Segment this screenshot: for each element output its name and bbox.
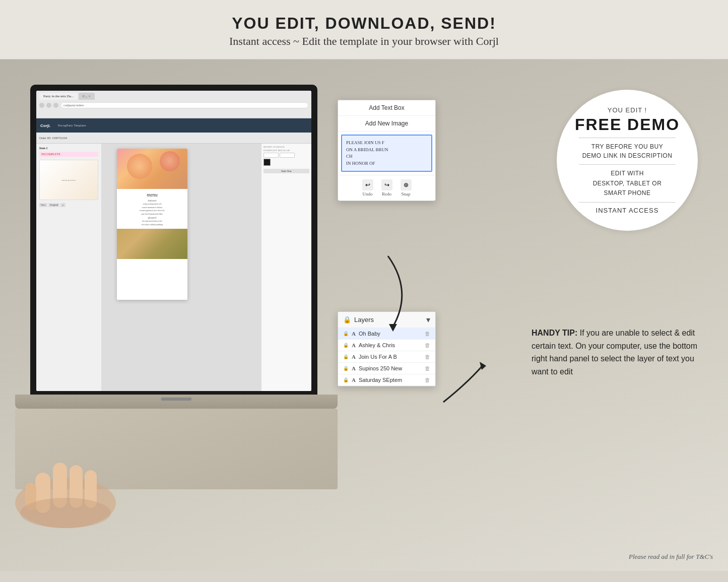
lock-icon: 🔒 [343,316,351,324]
corjl-interface: Corjl. NocragParty Templates Order ID: 1… [36,118,311,391]
approve-btn[interactable]: ✓ [60,203,65,207]
layer-lock-icon: 🔒 [343,354,349,359]
laptop-screen: Party in the mix Da... C... × corjlparty… [30,85,317,397]
action-buttons: Save Original ✓ [39,203,98,207]
width-input[interactable] [263,153,279,158]
layer-item[interactable]: 🔒 A Saturday SEptem 🗑 [338,374,435,386]
card-dessert-label: dessert [119,216,185,220]
redo-control[interactable]: ↪ Redo [381,179,392,197]
snap-label: Snap [402,191,411,197]
nav-back-btn[interactable] [39,103,44,108]
card-dessert-items: deconstructed lemon tart chocolate fonda… [119,220,185,226]
panel-resize-section: Resize as image Dominant Regular [263,146,309,166]
corjl-toolbar: Order ID: 1509752194 [36,133,311,144]
add-new-image-button[interactable]: Add New Image [338,116,435,132]
layer-type-icon: A [352,365,356,371]
laptop-base [15,395,338,409]
handy-tip-text: HANDY TIP: If you are unable to select &… [532,327,703,378]
layer-type-icon: A [352,377,356,383]
divider-1 [579,138,676,138]
layer-lock-icon: 🔒 [343,343,349,348]
color-swatch[interactable] [263,159,271,166]
divider-3 [579,202,676,203]
browser-tabs: Party in the mix Da... C... × [39,93,308,100]
tc-note: Please read ad in full for T&C's [629,553,713,561]
layer-type-icon: A [352,331,356,337]
svg-marker-7 [389,324,397,332]
free-demo-text: FREE DEMO [575,116,680,134]
layer-name: Supinos 250 New [359,365,422,371]
order-status: INCOMPLETE [39,152,98,157]
card-menu-title: menu [119,191,185,199]
layer-type-icon: A [352,342,356,348]
svg-point-6 [20,498,111,528]
card-floral-bottom [117,229,187,259]
style-text-btn[interactable]: Style Text [263,169,309,173]
floating-corjl-panel: Add Text Box Add New Image PLEASE JOIN U… [338,100,436,201]
redo-label: Redo [382,191,391,197]
order-label: Item 1 [39,147,98,150]
corjl-header: Corjl. NocragParty Templates [36,118,311,133]
layer-lock-icon: 🔒 [343,377,349,382]
free-demo-circle: YOU EDIT ! FREE DEMO TRY BEFORE YOU BUY … [557,90,698,231]
nav-refresh-btn[interactable] [53,103,58,108]
layer-item[interactable]: 🔒 A Join Us For A B 🗑 [338,351,435,363]
layer-name: Saturday SEptem [359,377,422,383]
invitation-card: menu entrees crispy peking duck roll sea… [117,149,187,300]
try-before-text: TRY BEFORE YOU BUY DEMO LINK IN DESCRIPT… [582,142,673,160]
undo-control[interactable]: ↩ Undo [362,179,373,197]
corjl-nav: NocragParty Templates [57,124,86,127]
browser-tab-active[interactable]: Party in the mix Da... [39,93,78,100]
editing-text-area[interactable]: PLEASE JOIN US F ON A BRIDAL BRUN CH IN … [341,135,432,172]
layer-lock-icon: 🔒 [343,331,349,336]
nav-forward-btn[interactable] [46,103,51,108]
card-entree-items: crispy peking duck roll seared marinated… [119,203,185,216]
layer-type-icon: A [352,354,356,360]
save-btn[interactable]: Save [39,203,47,207]
sub-headline: Instant access ~ Edit the template in yo… [10,35,718,48]
corjl-logo: Corjl. [40,123,50,128]
undo-icon: ↩ [362,179,373,190]
divider-2 [579,164,676,165]
height-input[interactable] [280,153,295,158]
browser-chrome: Party in the mix Da... C... × corjlparty… [36,91,311,118]
instant-access-text: INSTANT ACCESS [596,207,659,214]
layer-delete-icon[interactable]: 🗑 [425,331,430,337]
you-edit-text: YOU EDIT ! [608,106,647,114]
layer-lock-icon: 🔒 [343,366,349,371]
hand-illustration [5,432,131,533]
curved-arrow-2 [428,357,489,407]
fp-controls: ↩ Undo ↪ Redo ⊕ Snap [338,175,435,201]
undo-label: Undo [363,191,373,197]
design-thumbnail: menu preview [39,160,98,200]
screen-inner: Party in the mix Da... C... × corjlparty… [36,91,311,391]
layer-delete-icon[interactable]: 🗑 [425,342,430,348]
main-headline: YOU EDIT, DOWNLOAD, SEND! [10,14,718,33]
handy-tip-bold: HANDY TIP: [532,329,577,337]
layer-name: Ashley & Chris [359,342,422,348]
canvas-area[interactable]: menu entrees crispy peking duck roll sea… [102,144,261,391]
edit-with-text: EDIT WITHDESKTOP, TABLET ORSMART PHONE [593,169,662,198]
url-bar[interactable]: corjlparty/orders [60,102,308,108]
top-banner: YOU EDIT, DOWNLOAD, SEND! Instant access… [0,0,728,59]
curved-arrow-1 [363,251,423,332]
layer-item[interactable]: 🔒 A Supinos 250 New 🗑 [338,363,435,374]
card-text-area: menu entrees crispy peking duck roll sea… [117,189,187,229]
browser-tab-2[interactable]: C... × [79,93,95,100]
corjl-sidebar: Item 1 INCOMPLETE menu preview Save Orig… [36,144,102,391]
snap-control[interactable]: ⊕ Snap [401,179,412,197]
snap-icon: ⊕ [401,179,412,190]
corjl-main: Item 1 INCOMPLETE menu preview Save Orig… [36,144,311,391]
card-entrees-label: entrees [119,199,185,203]
original-btn[interactable]: Original [48,203,60,207]
handy-tip: HANDY TIP: If you are unable to select &… [532,327,703,378]
add-text-box-button[interactable]: Add Text Box [338,100,435,116]
redo-icon: ↪ [381,179,392,190]
browser-bar: corjlparty/orders [39,101,308,109]
corjl-right-panel: Resize as image Dominant Regular Style T… [261,144,311,391]
chevron-down-icon[interactable]: ▾ [426,315,430,325]
layer-name: Join Us For A B [359,354,422,360]
card-floral-top [117,149,187,189]
main-area: Party in the mix Da... C... × corjlparty… [0,59,728,571]
layer-item[interactable]: 🔒 A Ashley & Chris 🗑 [338,340,435,351]
